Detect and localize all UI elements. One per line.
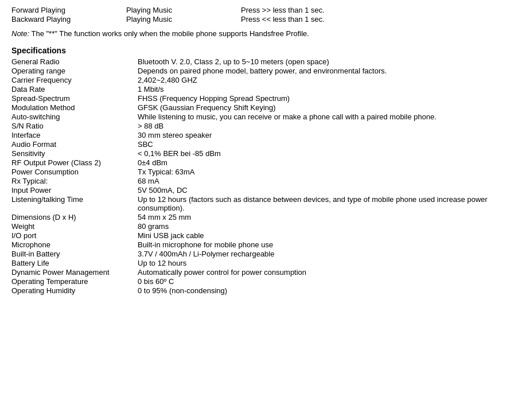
spec-label: Battery Life: [11, 259, 138, 267]
spec-value: 0 bis 60º C: [138, 277, 496, 286]
spec-label: Auto-switching: [11, 112, 138, 121]
spec-row: Dimensions (D x H)54 mm x 25 mm: [11, 213, 496, 221]
spec-row: Input Power5V 500mA, DC: [11, 186, 496, 195]
spec-value: Automatically power control for power co…: [138, 268, 496, 277]
spec-row: Built-in Battery3.7V / 400mAh / Li-Polym…: [11, 250, 496, 258]
spec-label: Modulation Method: [11, 103, 138, 112]
note-section: Note: The "**" The function works only w…: [11, 29, 496, 38]
spec-label: General Radio: [11, 57, 138, 66]
spec-label: Audio Format: [11, 140, 138, 149]
spec-label: S/N Ratio: [11, 122, 138, 130]
spec-value: 0±4 dBm: [138, 158, 496, 167]
spec-row: Listening/talking TimeUp to 12 hours (fa…: [11, 195, 496, 212]
spec-label: Carrier Frequency: [11, 76, 138, 84]
spec-value: FHSS (Frequency Hopping Spread Spectrum): [138, 94, 496, 103]
spec-value: 68 mA: [138, 177, 496, 185]
spec-label: Dimensions (D x H): [11, 213, 138, 221]
spec-row: Rx Typical:68 mA: [11, 177, 496, 185]
note-text: Note: The "**" The function works only w…: [11, 29, 496, 38]
spec-value: Up to 12 hours (factors such as distance…: [138, 195, 496, 212]
spec-value: 5V 500mA, DC: [138, 186, 496, 195]
spec-row: Operating Humidity0 to 95% (non-condensi…: [11, 286, 496, 295]
spec-row: Battery LifeUp to 12 hours: [11, 259, 496, 267]
spec-row: Power ConsumptionTx Typical: 63mA: [11, 168, 496, 176]
spec-label: Data Rate: [11, 85, 138, 94]
spec-label: Operating range: [11, 67, 138, 75]
table-row: Backward PlayingPlaying MusicPress << le…: [11, 15, 496, 24]
spec-value: 30 mm stereo speaker: [138, 131, 496, 139]
spec-row: Carrier Frequency2,402~2,480 GHZ: [11, 76, 496, 84]
note-label: Note:: [11, 29, 29, 38]
spec-label: RF Output Power (Class 2): [11, 158, 138, 167]
specs-title: Specifications: [11, 46, 496, 55]
spec-value: Depends on paired phone model, battery p…: [138, 67, 496, 75]
spec-value: Built-in microphone for mobile phone use: [138, 240, 496, 249]
spec-row: Interface30 mm stereo speaker: [11, 131, 496, 139]
spec-row: General RadioBluetooth V. 2.0, Class 2, …: [11, 57, 496, 66]
spec-value: < 0,1% BER bei -85 dBm: [138, 149, 496, 158]
spec-row: Dynamic Power ManagementAutomatically po…: [11, 268, 496, 277]
action-label: Backward Playing: [11, 15, 126, 24]
spec-row: Audio FormatSBC: [11, 140, 496, 149]
mode-label: Playing Music: [126, 15, 241, 24]
spec-row: Operating Temperature0 bis 60º C: [11, 277, 496, 286]
spec-value: 1 Mbit/s: [138, 85, 496, 94]
spec-value: While listening to music, you can receiv…: [138, 112, 496, 121]
spec-label: Microphone: [11, 240, 138, 249]
specs-list: General RadioBluetooth V. 2.0, Class 2, …: [11, 57, 496, 295]
spec-label: Dynamic Power Management: [11, 268, 138, 277]
spec-row: Auto-switchingWhile listening to music, …: [11, 112, 496, 121]
spec-row: S/N Ratio> 88 dB: [11, 122, 496, 130]
table-row: Forward PlayingPlaying MusicPress >> les…: [11, 6, 496, 14]
instruction-label: Press >> less than 1 sec.: [241, 6, 496, 14]
spec-label: Interface: [11, 131, 138, 139]
spec-value: 54 mm x 25 mm: [138, 213, 496, 221]
instruction-label: Press << less than 1 sec.: [241, 15, 496, 24]
spec-row: Sensitivity< 0,1% BER bei -85 dBm: [11, 149, 496, 158]
spec-row: Weight80 grams: [11, 222, 496, 231]
spec-row: Spread-SpectrumFHSS (Frequency Hopping S…: [11, 94, 496, 103]
spec-value: 3.7V / 400mAh / Li-Polymer rechargeable: [138, 250, 496, 258]
spec-label: Sensitivity: [11, 149, 138, 158]
spec-label: Input Power: [11, 186, 138, 195]
spec-row: Data Rate1 Mbit/s: [11, 85, 496, 94]
spec-value: Up to 12 hours: [138, 259, 496, 267]
specs-section: Specifications General RadioBluetooth V.…: [11, 46, 496, 295]
spec-row: I/O portMini USB jack cable: [11, 231, 496, 240]
spec-value: Tx Typical: 63mA: [138, 168, 496, 176]
spec-value: Bluetooth V. 2.0, Class 2, up to 5~10 me…: [138, 57, 496, 66]
action-label: Forward Playing: [11, 6, 126, 14]
spec-label: Power Consumption: [11, 168, 138, 176]
top-table: Forward PlayingPlaying MusicPress >> les…: [11, 6, 496, 24]
spec-label: Rx Typical:: [11, 177, 138, 185]
spec-value: GFSK (Gaussian Frequency Shift Keying): [138, 103, 496, 112]
spec-label: Operating Humidity: [11, 286, 138, 295]
spec-row: Operating rangeDepends on paired phone m…: [11, 67, 496, 75]
spec-value: 0 to 95% (non-condensing): [138, 286, 496, 295]
spec-label: Built-in Battery: [11, 250, 138, 258]
spec-label: Operating Temperature: [11, 277, 138, 286]
spec-label: Listening/talking Time: [11, 195, 138, 204]
mode-label: Playing Music: [126, 6, 241, 14]
spec-row: MicrophoneBuilt-in microphone for mobile…: [11, 240, 496, 249]
spec-value: 2,402~2,480 GHZ: [138, 76, 496, 84]
spec-value: 80 grams: [138, 222, 496, 231]
spec-label: Spread-Spectrum: [11, 94, 138, 103]
spec-row: RF Output Power (Class 2)0±4 dBm: [11, 158, 496, 167]
spec-label: I/O port: [11, 231, 138, 240]
spec-value: SBC: [138, 140, 496, 149]
note-content: The "**" The function works only when th…: [29, 29, 309, 38]
spec-row: Modulation MethodGFSK (Gaussian Frequenc…: [11, 103, 496, 112]
spec-value: Mini USB jack cable: [138, 231, 496, 240]
spec-label: Weight: [11, 222, 138, 231]
spec-value: > 88 dB: [138, 122, 496, 130]
